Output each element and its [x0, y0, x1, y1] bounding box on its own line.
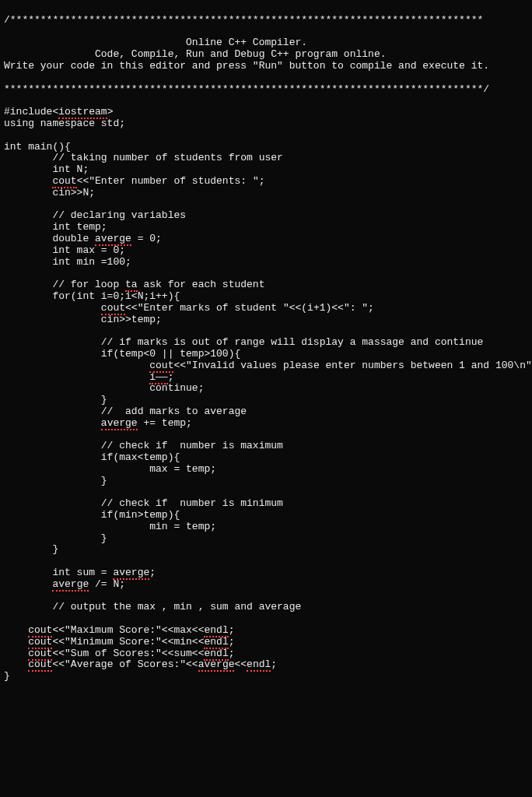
code-line: // output the max , min , sum and averag…: [4, 601, 301, 613]
code-line: /***************************************…: [4, 14, 483, 26]
code-line: // if marks is out of range will display…: [4, 336, 483, 348]
code-line: // check if number is maximum: [4, 440, 283, 451]
code-line: averge += temp;: [4, 417, 192, 430]
code-line: // taking number of students from user: [4, 152, 283, 163]
code-line: ****************************************…: [4, 83, 489, 95]
code-line: continue;: [4, 382, 204, 394]
code-line: }: [4, 475, 107, 486]
code-line: cin>>temp;: [4, 314, 162, 325]
code-line: if(min>temp){: [4, 509, 180, 521]
code-line: }: [4, 394, 107, 406]
code-line: if(temp<0 || temp>100){: [4, 348, 240, 360]
code-line: if(max<temp){: [4, 451, 180, 463]
code-line: for(int i=0;i<N;i++){: [4, 290, 180, 302]
code-line: // declaring variables: [4, 209, 186, 221]
code-line: // add marks to average: [4, 406, 247, 417]
code-editor[interactable]: /***************************************…: [0, 0, 532, 686]
code-line: Write your code in this editor and press…: [4, 60, 489, 72]
code-line: Online C++ Compiler.: [4, 37, 307, 48]
code-line: max = temp;: [4, 463, 216, 475]
code-line: int max = 0;: [4, 244, 125, 256]
code-line: int temp;: [4, 221, 107, 233]
code-line: Code, Compile, Run and Debug C++ program…: [4, 48, 386, 60]
code-line: }: [4, 543, 58, 555]
code-line: int min =100;: [4, 256, 131, 268]
code-line: cin>>N;: [4, 187, 95, 198]
code-line: int main(){: [4, 141, 71, 153]
code-line: }: [4, 670, 10, 682]
code-line: cout<<"Average of Scores:"<<averge<<endl…: [4, 658, 277, 672]
code-line: using namespace std;: [4, 118, 125, 129]
code-line: int N;: [4, 163, 89, 175]
code-line: }: [4, 532, 107, 544]
code-line: // check if number is minimum: [4, 497, 283, 509]
code-line: averge /= N;: [4, 578, 125, 592]
code-line: min = temp;: [4, 521, 216, 532]
